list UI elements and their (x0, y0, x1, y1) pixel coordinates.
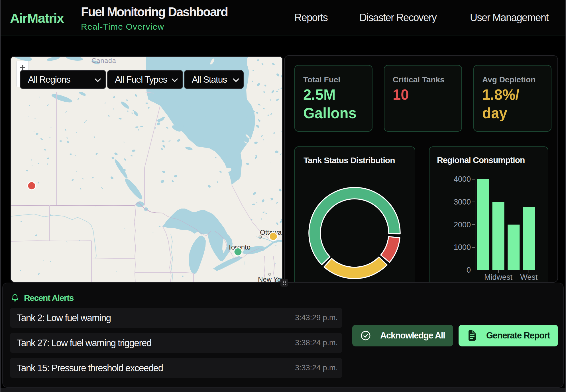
svg-text:Canada: Canada (91, 57, 116, 64)
svg-text:New York: New York (258, 275, 283, 283)
svg-text:2000: 2000 (454, 220, 471, 229)
svg-text:3000: 3000 (454, 198, 471, 206)
svg-text:0: 0 (467, 266, 471, 274)
svg-text:4000: 4000 (454, 175, 471, 183)
svg-text:West: West (520, 273, 538, 281)
svg-text:1000: 1000 (454, 243, 471, 252)
svg-text:Midwest: Midwest (484, 273, 513, 281)
